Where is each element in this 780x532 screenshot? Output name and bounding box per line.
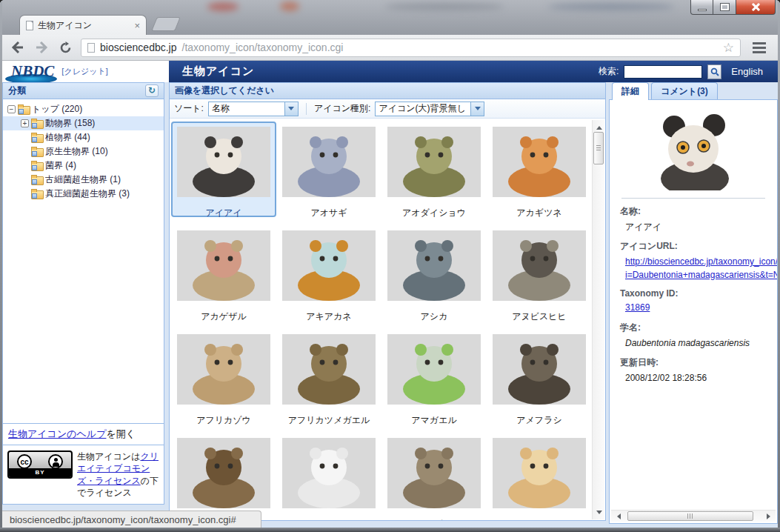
tree-expander-icon[interactable]: + (21, 119, 29, 127)
new-tab-button[interactable] (151, 17, 181, 31)
tree-node[interactable]: 真正細菌超生物界 (3) (3, 187, 164, 201)
tab-title: 生物アイコン (38, 19, 130, 32)
animal-image (282, 127, 376, 197)
scrollbar-thumb[interactable] (627, 511, 753, 521)
forward-button[interactable] (33, 39, 50, 56)
icon-label: アオダイショウ (402, 207, 466, 219)
icon-label: アキアカネ (306, 310, 351, 323)
animal-image (177, 127, 270, 197)
tree-node[interactable]: −トップ (220) (3, 102, 164, 116)
icon-grid-item[interactable]: アンコシビレエイ (381, 433, 487, 520)
close-button[interactable] (736, 0, 776, 15)
minimize-button[interactable] (690, 0, 713, 15)
icon-grid-item[interactable]: アフリカツメガエル (276, 329, 381, 433)
triangle-down-icon (596, 511, 602, 517)
tree-node[interactable]: 原生生物界 (10) (3, 144, 164, 159)
detail-panel: 詳細コメント(3) 名称:アイアイアイコンURL:http://bioscien (609, 82, 778, 524)
icon-grid-item[interactable]: アイアイ (171, 122, 276, 217)
english-link[interactable]: English (731, 66, 763, 77)
search-button[interactable] (707, 64, 721, 79)
credit-link[interactable]: [クレジット] (61, 66, 107, 77)
tree-node-label: 真正細菌超生物界 (3) (45, 187, 130, 200)
hamburger-icon (753, 42, 766, 44)
scroll-down-button[interactable] (593, 508, 604, 519)
tree-node[interactable]: 古細菌超生物界 (1) (3, 173, 164, 187)
classification-sidebar: 分類 ↻ −トップ (220)+動物界 (158)植物界 (44)原生生物界 (… (2, 82, 164, 505)
titlebar[interactable]: 生物アイコン × (0, 0, 780, 35)
scroll-left-button[interactable] (612, 511, 622, 522)
icon-label: アカゲザル (201, 310, 246, 323)
animal-image (282, 334, 376, 405)
tree-indent (21, 190, 29, 198)
folder-icon (31, 119, 43, 128)
tree-node[interactable]: +動物界 (158) (3, 116, 164, 130)
tree-node-label: 原生生物界 (10) (45, 145, 108, 158)
selected-animal-image (649, 110, 738, 190)
icon-grid-item[interactable]: アフリカゾウ (171, 329, 276, 433)
tree-expander-icon[interactable]: − (7, 105, 16, 113)
folder-icon (31, 189, 43, 199)
icon-grid-item[interactable]: アカギツネ (487, 122, 592, 225)
icon-label: アメフラシ (516, 414, 561, 427)
triangle-right-icon (767, 513, 773, 519)
tree-indent (21, 176, 29, 184)
browser-tab[interactable]: 生物アイコン × (19, 15, 147, 35)
icon-grid-item[interactable]: アカゲザル (171, 225, 276, 329)
search-input[interactable] (624, 65, 702, 79)
animal-image (493, 438, 586, 508)
maximize-button[interactable] (713, 0, 736, 15)
cc-by-badge[interactable]: cc BY (7, 450, 73, 479)
scroll-right-button[interactable] (764, 511, 775, 522)
tab-details[interactable]: 詳細 (612, 82, 649, 100)
background-blob (207, 2, 239, 11)
close-icon (751, 2, 761, 12)
icon-grid-item[interactable]: イエイヌ (487, 433, 592, 520)
license-text: 生物アイコンはクリエイティブコモンズ・ライセンスの下でライセンス (77, 450, 159, 499)
background-blob (280, 1, 299, 11)
refresh-button[interactable]: ↻ (145, 84, 159, 97)
detail-fields: 名称:アイアイアイコンURL:http://biosciencedbc.jp/t… (620, 205, 767, 385)
tree-node[interactable]: 菌界 (4) (3, 159, 164, 173)
reload-button[interactable] (57, 39, 73, 56)
icon-grid-item[interactable]: アヌビスヒヒ (487, 225, 592, 329)
animal-image (493, 127, 586, 197)
icon-grid-item[interactable] (171, 433, 276, 520)
status-url: biosciencedbc.jp/taxonomy_icon/taxonomy_… (10, 514, 236, 525)
icon-label: アカギツネ (516, 207, 561, 219)
folder-icon (31, 147, 43, 156)
animal-image (387, 127, 481, 197)
icon-url-link[interactable]: http://biosciencedbc.jp/taxonomy_icon/ic… (625, 256, 778, 267)
help-link[interactable]: 生物アイコンのヘルプ (8, 428, 106, 439)
sort-combobox[interactable]: 名称 (208, 102, 299, 116)
grid-vertical-scrollbar[interactable] (592, 120, 604, 519)
tree-node[interactable]: 植物界 (44) (3, 130, 164, 144)
field-label: 更新日時: (620, 356, 767, 369)
back-button[interactable] (10, 39, 26, 56)
icon-grid-item[interactable]: アオサギ (276, 122, 381, 225)
icon-grid-item[interactable]: アメフラシ (487, 329, 592, 433)
menu-button[interactable] (748, 39, 770, 57)
icon-grid-item[interactable]: アキアカネ (276, 225, 381, 329)
icon-type-combobox[interactable]: アイコン(大)背景無し (375, 102, 484, 116)
bookmark-star-icon[interactable]: ☆ (723, 41, 734, 54)
folder-icon (31, 175, 43, 184)
tab-close-icon[interactable]: × (134, 21, 140, 30)
browser-window: 生物アイコン × biosciencedbc.jp /taxonomy_icon… (0, 0, 780, 532)
address-bar[interactable]: biosciencedbc.jp /taxonomy_icon/taxonomy… (81, 39, 741, 57)
icon-grid-item[interactable]: アマガエル (381, 329, 487, 433)
icon-url-link[interactable]: i=Daubentonia+madagascariensis&t=NL (625, 270, 778, 280)
detail-horizontal-scrollbar[interactable] (611, 510, 776, 522)
window-border (0, 528, 780, 532)
icon-grid-item[interactable]: アシカ (381, 225, 487, 329)
cc-icon: cc (17, 454, 32, 469)
scroll-up-button[interactable] (593, 121, 604, 131)
nbdc-logo[interactable]: NBDC (11, 64, 54, 79)
icon-grid-item[interactable]: アオダイショウ (381, 122, 487, 225)
triangle-left-icon (614, 513, 621, 519)
scrollbar-thumb[interactable] (593, 132, 604, 164)
tab-comments[interactable]: コメント(3) (651, 82, 718, 99)
triangle-up-icon (596, 123, 602, 130)
taxonomy-id-link[interactable]: 31869 (625, 302, 650, 313)
thumb-grip (596, 145, 601, 151)
icon-grid-item[interactable]: アルパカ (276, 433, 381, 520)
